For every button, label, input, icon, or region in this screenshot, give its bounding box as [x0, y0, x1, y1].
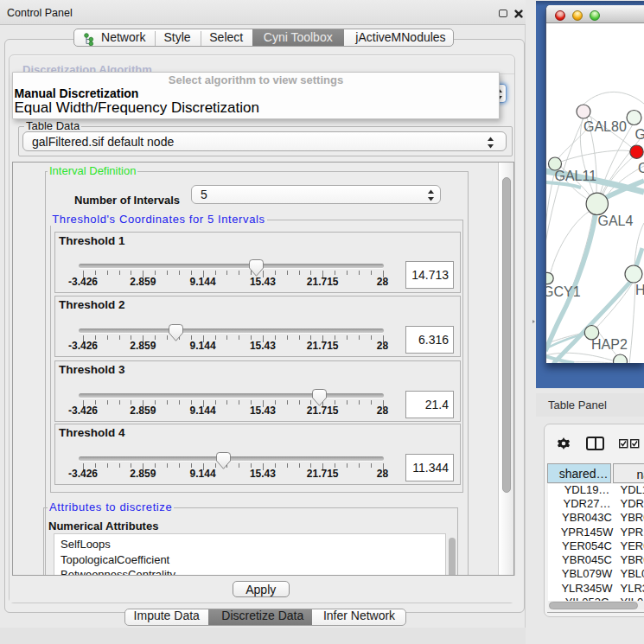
- svg-text:GCY1: GCY1: [546, 284, 581, 299]
- svg-text:C: C: [638, 161, 644, 175]
- svg-text:GAL11: GAL11: [555, 169, 597, 183]
- svg-text:H: H: [635, 283, 644, 297]
- svg-text:HAP2: HAP2: [591, 337, 628, 352]
- svg-text:GAL4: GAL4: [598, 214, 634, 228]
- svg-text:G: G: [635, 127, 644, 142]
- svg-text:GAL80: GAL80: [583, 119, 627, 134]
